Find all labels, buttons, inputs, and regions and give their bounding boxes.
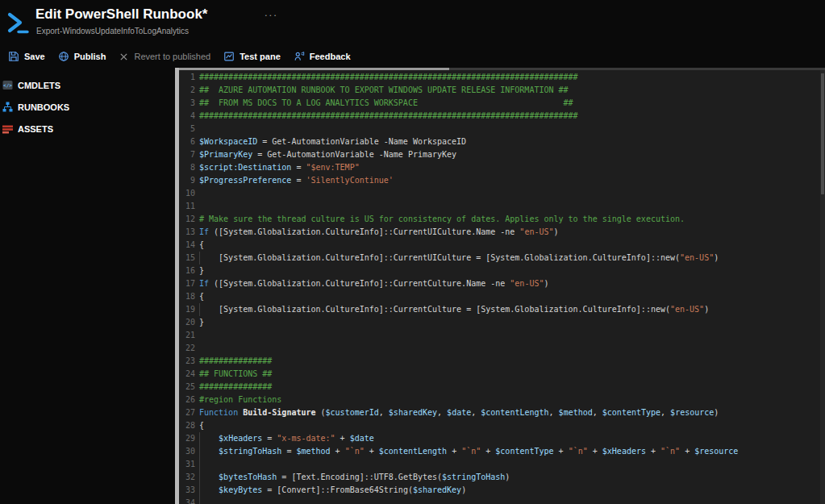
line-number[interactable]: 13 [179, 226, 195, 239]
code-line-18[interactable]: 18{ [179, 290, 820, 303]
code-line-30[interactable]: 30 $stringToHash = $method + "`n" + $con… [179, 445, 820, 458]
code-editor[interactable]: 1#######################################… [179, 68, 825, 504]
code-text: ############### [199, 381, 272, 394]
sidebar-item-label: CMDLETS [18, 81, 60, 90]
test-pane-button[interactable]: Test pane [223, 51, 281, 62]
code-line-20[interactable]: 20} [179, 316, 820, 329]
line-number[interactable]: 23 [179, 355, 195, 368]
line-number[interactable]: 25 [179, 381, 195, 394]
indent-guide [199, 303, 200, 316]
code-line-33[interactable]: 33 $keyBytes = [Convert]::FromBase64Stri… [179, 484, 820, 497]
line-number[interactable]: 9 [179, 174, 195, 187]
sidebar-item-cmdlets[interactable]: </>CMDLETS [0, 74, 175, 96]
line-number[interactable]: 14 [179, 239, 195, 252]
code-line-19[interactable]: 19 [System.Globalization.CultureInfo]::C… [179, 303, 820, 316]
line-number[interactable]: 8 [179, 161, 195, 174]
feedback-button[interactable]: Feedback [294, 51, 351, 62]
line-number[interactable]: 2 [179, 84, 195, 97]
line-number[interactable]: 20 [179, 316, 195, 329]
line-number[interactable]: 10 [179, 187, 195, 200]
line-number[interactable]: 22 [179, 342, 195, 355]
line-number[interactable]: 16 [179, 264, 195, 277]
code-line-28[interactable]: 28{ [179, 419, 820, 432]
code-text: $stringToHash = $method + "`n" + $conten… [199, 445, 738, 458]
code-text: $ProgressPreference = 'SilentlyContinue' [199, 174, 394, 187]
line-number[interactable]: 12 [179, 213, 195, 226]
line-number[interactable]: 33 [179, 484, 195, 497]
more-options-button[interactable]: ... [265, 6, 278, 19]
code-line-10[interactable]: 10 [179, 187, 820, 200]
svg-text:</>: </> [3, 82, 12, 88]
save-icon [8, 51, 19, 62]
code-line-5[interactable]: 5 [179, 123, 820, 135]
feedback-icon [294, 51, 305, 62]
code-line-2[interactable]: 2## AZURE AUTOMATION RUNBOOK TO EXPORT W… [179, 84, 820, 97]
line-number[interactable]: 34 [179, 497, 195, 504]
save-button[interactable]: Save [8, 51, 45, 62]
code-line-15[interactable]: 15 [System.Globalization.CultureInfo]::C… [179, 252, 820, 264]
line-number[interactable]: 18 [179, 290, 195, 303]
code-line-1[interactable]: 1#######################################… [179, 71, 820, 84]
line-number[interactable]: 1 [179, 71, 195, 84]
line-number[interactable]: 26 [179, 394, 195, 406]
code-line-25[interactable]: 25############### [179, 381, 820, 394]
revert-icon [119, 52, 129, 62]
code-text: } [199, 316, 204, 329]
publish-button[interactable]: Publish [58, 51, 106, 62]
code-line-7[interactable]: 7$PrimaryKey = Get-AutomationVariable -N… [179, 148, 820, 161]
code-line-11[interactable]: 11 [179, 200, 820, 213]
code-line-8[interactable]: 8$script:Destination = "$env:TEMP" [179, 161, 820, 174]
code-line-24[interactable]: 24## FUNCTIONS ## [179, 368, 820, 381]
code-line-9[interactable]: 9$ProgressPreference = 'SilentlyContinue… [179, 174, 820, 187]
code-line-21[interactable]: 21 [179, 329, 820, 342]
code-line-4[interactable]: 4#######################################… [179, 110, 820, 123]
code-line-6[interactable]: 6$WorkspaceID = Get-AutomationVariable -… [179, 135, 820, 148]
sidebar-item-assets[interactable]: ASSETS [0, 118, 175, 140]
code-line-3[interactable]: 3## FROM MS DOCS TO A LOG ANALYTICS WORK… [179, 97, 820, 110]
code-line-26[interactable]: 26#region Functions [179, 394, 820, 406]
code-line-22[interactable]: 22 [179, 342, 820, 355]
line-number[interactable]: 29 [179, 432, 195, 445]
line-number[interactable]: 6 [179, 135, 195, 148]
line-number[interactable]: 27 [179, 406, 195, 419]
line-number[interactable]: 19 [179, 303, 195, 316]
line-number[interactable]: 21 [179, 329, 195, 342]
page-header: Edit PowerShell Runbook* ... Export-Wind… [0, 0, 825, 45]
code-line-16[interactable]: 16} [179, 264, 820, 277]
line-number[interactable]: 24 [179, 368, 195, 381]
publish-icon [58, 51, 69, 62]
line-number[interactable]: 32 [179, 471, 195, 484]
line-number[interactable]: 4 [179, 110, 195, 123]
code-line-34[interactable]: 34 [179, 497, 820, 504]
command-bar: SavePublishRevert to publishedTest paneF… [0, 45, 825, 68]
code-line-31[interactable]: 31 [179, 458, 820, 471]
line-number[interactable]: 11 [179, 200, 195, 213]
code-line-12[interactable]: 12# Make sure the thread culture is US f… [179, 213, 820, 226]
horizontal-scrollbar-thumb[interactable] [179, 68, 449, 70]
sidebar-item-runbooks[interactable]: RUNBOOKS [0, 96, 175, 118]
code-line-13[interactable]: 13If ([System.Globalization.CultureInfo]… [179, 226, 820, 239]
sidebar-item-label: ASSETS [18, 124, 53, 134]
vertical-scrollbar[interactable] [820, 70, 825, 504]
code-line-23[interactable]: 23############### [179, 355, 820, 368]
vertical-scrollbar-thumb[interactable] [821, 73, 824, 194]
line-number[interactable]: 7 [179, 148, 195, 161]
code-line-17[interactable]: 17If ([System.Globalization.CultureInfo]… [179, 277, 820, 290]
line-number[interactable]: 5 [179, 123, 195, 135]
horizontal-scrollbar[interactable] [179, 68, 825, 70]
code-text: $WorkspaceID = Get-AutomationVariable -N… [199, 135, 466, 148]
code-line-29[interactable]: 29 $xHeaders = "x-ms-date:" + $date [179, 432, 820, 445]
code-line-14[interactable]: 14{ [179, 239, 820, 252]
line-number[interactable]: 3 [179, 97, 195, 110]
code-line-32[interactable]: 32 $bytesToHash = [Text.Encoding]::UTF8.… [179, 471, 820, 484]
revert-to-published-button[interactable]: Revert to published [119, 52, 210, 62]
cmdlets-icon: </> [2, 80, 13, 90]
line-number[interactable]: 28 [179, 419, 195, 432]
code-line-27[interactable]: 27Function Build-Signature ($customerId,… [179, 406, 820, 419]
line-number[interactable]: 30 [179, 445, 195, 458]
toolbar-item-label: Revert to published [134, 52, 210, 61]
code-text: { [199, 419, 204, 432]
line-number[interactable]: 15 [179, 252, 195, 264]
line-number[interactable]: 31 [179, 458, 195, 471]
line-number[interactable]: 17 [179, 277, 195, 290]
